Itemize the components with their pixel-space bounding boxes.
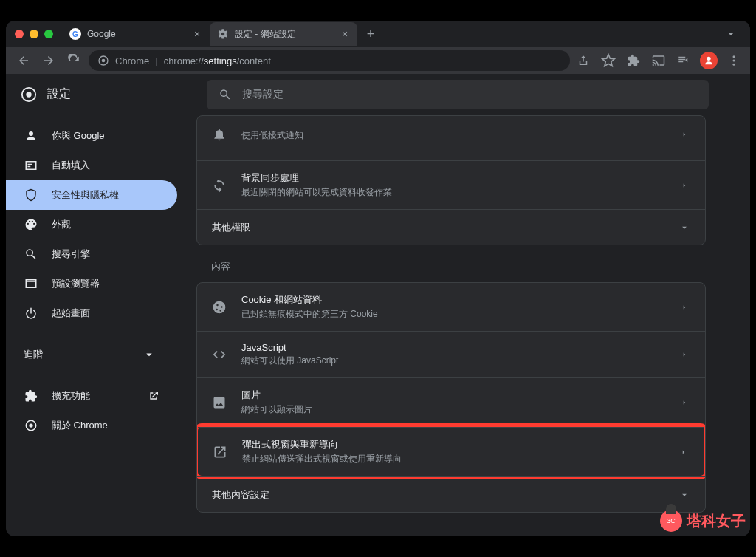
svg-point-3: [733, 55, 735, 58]
forward-button[interactable]: [38, 50, 59, 71]
omnibox-url: chrome://settings/content: [164, 55, 271, 66]
sidebar-item-label: 進階: [24, 348, 43, 361]
sidebar-item-extensions[interactable]: 擴充功能: [6, 381, 177, 411]
profile-avatar[interactable]: [700, 52, 718, 69]
row-subtitle: 使用低擾式通知: [241, 129, 664, 142]
tab-google[interactable]: G Google ×: [62, 22, 210, 46]
chevron-right-icon: [678, 180, 690, 191]
row-title: 彈出式視窗與重新導向: [242, 438, 663, 451]
setting-row-javascript[interactable]: JavaScript 網站可以使用 JavaScript: [197, 331, 705, 377]
row-subtitle: 已封鎖無痕模式中的第三方 Cookie: [241, 308, 664, 321]
code-icon: [212, 347, 227, 362]
expand-window-button[interactable]: [721, 24, 741, 44]
setting-row-notifications[interactable]: 使用低擾式通知: [197, 116, 705, 160]
section-label-content: 內容: [196, 245, 706, 282]
watermark-avatar-icon: 3C: [660, 510, 682, 532]
close-tab-button[interactable]: ×: [340, 29, 350, 39]
omnibox-divider: |: [155, 55, 157, 66]
image-icon: [212, 395, 227, 410]
sidebar-item-advanced[interactable]: 進階: [6, 340, 177, 369]
sidebar-item-autofill[interactable]: 自動填入: [6, 151, 177, 180]
address-bar[interactable]: Chrome | chrome://settings/content: [89, 50, 570, 71]
chrome-logo-icon: [21, 86, 37, 103]
browser-icon: [24, 276, 38, 291]
reload-button[interactable]: [63, 50, 84, 71]
tab-settings[interactable]: 設定 - 網站設定 ×: [210, 22, 357, 46]
sidebar-item-on-startup[interactable]: 起始畫面: [6, 298, 177, 328]
cast-button[interactable]: [650, 52, 667, 69]
chevron-down-icon: [678, 222, 690, 233]
sidebar-item-privacy-security[interactable]: 安全性與隱私權: [6, 180, 177, 210]
reading-list-button[interactable]: [675, 52, 693, 69]
setting-row-other-permissions[interactable]: 其他權限: [197, 209, 705, 245]
external-link-icon: [148, 390, 159, 402]
back-button[interactable]: [13, 50, 34, 71]
sidebar-item-label: 自動填入: [52, 159, 90, 172]
highlight-annotation: 彈出式視窗與重新導向 禁止網站傳送彈出式視窗或使用重新導向: [196, 423, 706, 479]
sidebar-item-label: 外觀: [52, 218, 71, 231]
svg-point-1: [102, 59, 106, 63]
minimize-window-button[interactable]: [30, 30, 38, 38]
palette-icon: [24, 217, 38, 232]
maximize-window-button[interactable]: [44, 30, 53, 38]
svg-point-5: [733, 64, 735, 66]
row-subtitle: 最近關閉的網站可以完成資料收發作業: [241, 186, 664, 199]
svg-point-4: [733, 60, 735, 62]
toolbar: Chrome | chrome://settings/content: [6, 47, 750, 74]
chevron-right-icon: [678, 349, 690, 360]
sidebar-item-search-engine[interactable]: 搜尋引擎: [6, 239, 177, 269]
cookie-icon: [212, 300, 227, 315]
row-title: 圖片: [241, 389, 664, 402]
search-settings-input[interactable]: 搜尋設定: [207, 80, 709, 109]
row-title: 背景同步處理: [241, 171, 664, 185]
sync-icon: [212, 178, 227, 193]
new-tab-button[interactable]: +: [360, 24, 381, 44]
svg-point-7: [26, 92, 31, 97]
bell-icon: [212, 127, 227, 142]
menu-button[interactable]: [725, 52, 743, 69]
svg-point-2: [707, 57, 710, 61]
setting-row-other-content[interactable]: 其他內容設定: [197, 476, 705, 512]
autofill-icon: [24, 158, 38, 173]
close-tab-button[interactable]: ×: [192, 29, 202, 39]
window-controls: [15, 30, 53, 38]
chevron-right-icon: [678, 129, 690, 140]
row-subtitle: 禁止網站傳送彈出式視窗或使用重新導向: [242, 453, 663, 465]
sidebar-item-label: 安全性與隱私權: [52, 188, 119, 202]
sidebar-item-default-browser[interactable]: 預設瀏覽器: [6, 269, 177, 298]
row-subtitle: 網站可以使用 JavaScript: [241, 355, 664, 367]
setting-row-cookies[interactable]: Cookie 和網站資料 已封鎖無痕模式中的第三方 Cookie: [197, 283, 705, 331]
sidebar-item-you-and-google[interactable]: 你與 Google: [6, 121, 177, 151]
sidebar-item-label: 你與 Google: [52, 129, 105, 143]
row-title: 其他權限: [212, 221, 664, 234]
share-button[interactable]: [574, 52, 592, 69]
chevron-right-icon: [678, 446, 690, 458]
puzzle-icon: [24, 389, 38, 403]
chrome-page-icon: [97, 55, 109, 66]
sidebar-item-label: 起始畫面: [52, 307, 90, 320]
sidebar-item-appearance[interactable]: 外觀: [6, 210, 177, 239]
bookmark-button[interactable]: [599, 52, 617, 69]
sidebar-item-label: 關於 Chrome: [52, 419, 108, 432]
setting-row-background-sync[interactable]: 背景同步處理 最近關閉的網站可以完成資料收發作業: [197, 160, 705, 209]
chevron-down-icon: [142, 347, 157, 362]
omnibox-prefix: Chrome: [115, 55, 149, 66]
close-window-button[interactable]: [15, 30, 24, 38]
sidebar-item-label: 搜尋引擎: [52, 247, 90, 261]
chevron-down-icon: [678, 489, 690, 501]
sidebar-item-about-chrome[interactable]: 關於 Chrome: [6, 411, 177, 440]
person-icon: [24, 129, 38, 143]
search-icon: [24, 247, 38, 262]
setting-row-popups-redirects[interactable]: 彈出式視窗與重新導向 禁止網站傳送彈出式視窗或使用重新導向: [198, 427, 704, 476]
chevron-right-icon: [678, 301, 690, 313]
power-icon: [24, 306, 38, 321]
row-title: JavaScript: [241, 342, 664, 353]
sidebar-item-label: 預設瀏覽器: [52, 277, 100, 290]
chrome-icon: [24, 418, 38, 433]
search-placeholder: 搜尋設定: [242, 88, 284, 101]
svg-point-9: [29, 423, 32, 427]
settings-header: 設定 搜尋設定: [6, 74, 750, 115]
tab-title: Google: [87, 29, 186, 39]
setting-row-images[interactable]: 圖片 網站可以顯示圖片: [197, 377, 705, 426]
extensions-button[interactable]: [625, 52, 642, 69]
